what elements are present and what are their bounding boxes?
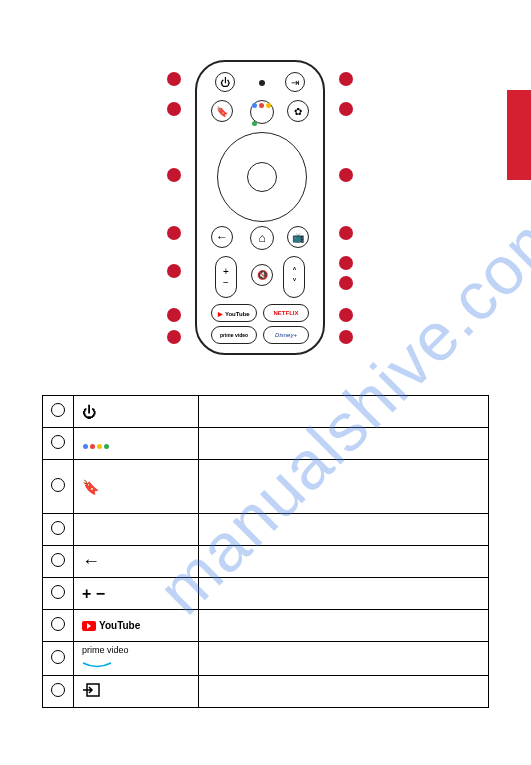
callout-dot [339, 308, 353, 322]
back-icon: ← [74, 546, 199, 578]
desc-cell [199, 610, 489, 642]
primevideo-swoosh-icon [82, 662, 112, 668]
home-button: ⌂ [250, 226, 274, 250]
desc-cell [199, 460, 489, 514]
settings-button: ✿ [287, 100, 309, 122]
volume-rocker: + − [215, 256, 237, 298]
row-marker-icon [51, 650, 65, 664]
callout-dot [339, 102, 353, 116]
callout-dot [167, 330, 181, 344]
power-button: ⏻ [215, 72, 235, 92]
youtube-icon: ▶ YouTube [218, 310, 249, 317]
row-marker-icon [51, 553, 65, 567]
table-row: + − [43, 578, 489, 610]
table-row: ← [43, 546, 489, 578]
input-icon [74, 676, 199, 708]
callout-dot [339, 72, 353, 86]
row-marker-icon [51, 403, 65, 417]
assistant-icon [74, 428, 199, 460]
row-marker-icon [51, 521, 65, 535]
led-indicator [259, 80, 265, 86]
row-marker-icon [51, 683, 65, 697]
callout-dot [339, 276, 353, 290]
assistant-icon [251, 94, 273, 130]
primevideo-icon: prime video [220, 332, 248, 338]
callout-dot [339, 256, 353, 270]
mute-button: 🔇 [251, 264, 273, 286]
table-row [43, 514, 489, 546]
callout-dot [167, 308, 181, 322]
page-side-tab [507, 90, 531, 180]
ch-down-icon: ˅ [292, 277, 297, 288]
callout-dot [339, 330, 353, 344]
row-marker-icon [51, 585, 65, 599]
desc-cell [199, 428, 489, 460]
callout-dot [167, 72, 181, 86]
callout-dot [167, 102, 181, 116]
table-row: ⏻ [43, 396, 489, 428]
vol-down-icon: − [223, 277, 229, 288]
callout-dot [339, 226, 353, 240]
youtube-icon: YouTube [74, 610, 199, 642]
row-marker-icon [51, 435, 65, 449]
button-legend-table: ⏻ 🔖 ← + − [42, 395, 489, 708]
row-marker-icon [51, 617, 65, 631]
disney-button: Disney+ [263, 326, 309, 344]
table-row: 🔖 [43, 460, 489, 514]
desc-cell [199, 546, 489, 578]
assistant-button [250, 100, 274, 124]
netflix-button: NETFLIX [263, 304, 309, 322]
callout-dot [167, 264, 181, 278]
dpad-ok [247, 162, 277, 192]
netflix-icon: NETFLIX [274, 310, 299, 316]
callout-dot [167, 226, 181, 240]
guide-button: 📺 [287, 226, 309, 248]
primevideo-button: prime video [211, 326, 257, 344]
desc-cell [199, 676, 489, 708]
callout-dot [167, 168, 181, 182]
desc-cell [199, 642, 489, 676]
bookmark-button: 🔖 [211, 100, 233, 122]
volume-icon: + − [74, 578, 199, 610]
bookmark-icon: 🔖 [74, 460, 199, 514]
remote-body: ⏻ ⇥ 🔖 ✿ ← ⌂ 📺 + − 🔇 ˄ ˅ ▶ YouTu [195, 60, 325, 355]
table-row: YouTube [43, 610, 489, 642]
row-marker-icon [51, 478, 65, 492]
desc-cell [199, 578, 489, 610]
disney-icon: Disney+ [275, 332, 297, 338]
table-row [43, 428, 489, 460]
channel-rocker: ˄ ˅ [283, 256, 305, 298]
desc-cell [199, 396, 489, 428]
ch-up-icon: ˄ [292, 266, 297, 277]
primevideo-icon: prime video [74, 642, 199, 676]
remote-illustration: ⏻ ⇥ 🔖 ✿ ← ⌂ 📺 + − 🔇 ˄ ˅ ▶ YouTu [195, 60, 325, 355]
table-row: prime video [43, 642, 489, 676]
table-row [43, 676, 489, 708]
input-source-icon [82, 683, 100, 697]
vol-up-icon: + [223, 266, 229, 277]
dpad-icon [74, 514, 199, 546]
power-icon: ⏻ [74, 396, 199, 428]
input-button: ⇥ [285, 72, 305, 92]
callout-dot [339, 168, 353, 182]
back-button: ← [211, 226, 233, 248]
youtube-button: ▶ YouTube [211, 304, 257, 322]
desc-cell [199, 514, 489, 546]
